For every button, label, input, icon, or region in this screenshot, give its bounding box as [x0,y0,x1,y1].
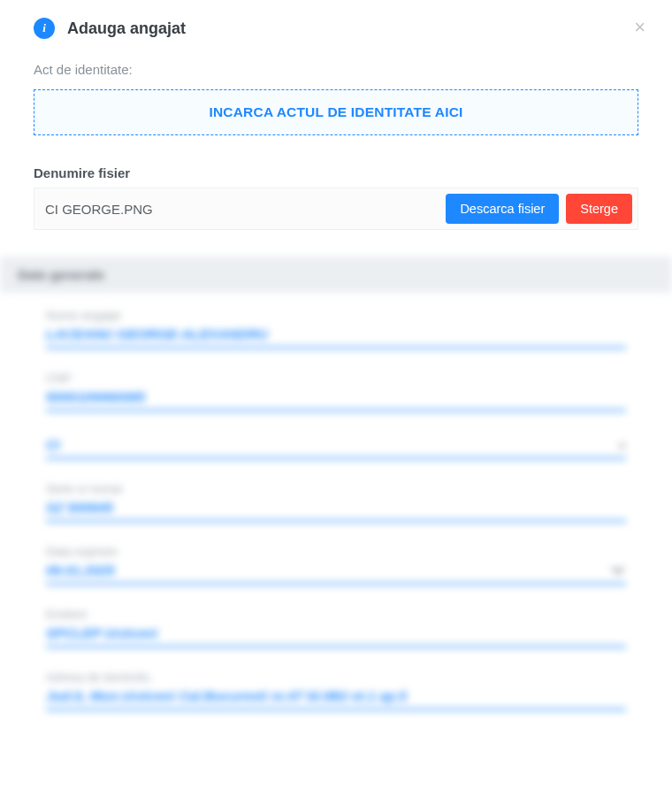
download-file-button[interactable]: Descarca fisier [446,194,559,224]
close-button[interactable]: × [634,18,645,37]
general-section-title: Date generale [0,257,672,293]
general-form: Nume angajat LACEANU GEORGE-ALEXANDRU CN… [34,293,638,710]
expiry-field: Data expirare 09.01.2025 [46,545,626,585]
employee-name-input[interactable]: LACEANU GEORGE-ALEXANDRU [46,324,626,349]
upload-cta-text: INCARCA ACTUL DE IDENTITATE AICI [209,104,462,119]
cnp-label: CNP [46,372,626,385]
clear-icon[interactable]: × [618,438,626,453]
address-input[interactable]: Jud.IL Mun.Urziceni Cal.Bucuresti nr.47 … [46,686,626,710]
modal-header: i Adauga angajat [34,18,638,39]
upload-dropzone[interactable]: INCARCA ACTUL DE IDENTITATE AICI [34,89,638,135]
delete-file-button[interactable]: Sterge [566,194,632,224]
employee-name-label: Nume angajat [46,309,626,322]
address-label: Adresa de domiciliu [46,671,626,684]
employee-name-field: Nume angajat LACEANU GEORGE-ALEXANDRU [46,309,626,349]
doc-type-field: CI × [46,434,626,459]
blurred-general-section: Date generale Nume angajat LACEANU GEORG… [34,257,638,710]
info-icon: i [34,18,55,39]
file-row: CI GEORGE.PNG Descarca fisier Sterge [34,188,638,230]
series-number-label: Serie si numar [46,482,626,495]
cnp-input[interactable]: 5000109460085 [46,387,626,411]
issuer-label: Emitent [46,608,626,621]
series-number-field: Serie si numar SZ 500645 [46,482,626,522]
modal-title: Adauga angajat [67,19,186,38]
series-number-input[interactable]: SZ 500645 [46,497,626,522]
expiry-label: Data expirare [46,545,626,558]
file-name: CI GEORGE.PNG [42,202,439,217]
close-icon: × [634,16,645,38]
chevron-down-icon [614,563,626,579]
address-field: Adresa de domiciliu Jud.IL Mun.Urziceni … [46,671,626,710]
expiry-input[interactable]: 09.01.2025 [46,560,626,585]
issuer-field: Emitent SPCLEP Urziceni [46,608,626,648]
doc-type-select[interactable]: CI × [46,434,626,459]
identity-doc-label: Act de identitate: [34,62,638,77]
cnp-field: CNP 5000109460085 [46,372,626,411]
add-employee-modal: i Adauga angajat × Act de identitate: IN… [0,0,672,710]
issuer-input[interactable]: SPCLEP Urziceni [46,623,626,648]
file-column-header: Denumire fisier [34,165,638,180]
